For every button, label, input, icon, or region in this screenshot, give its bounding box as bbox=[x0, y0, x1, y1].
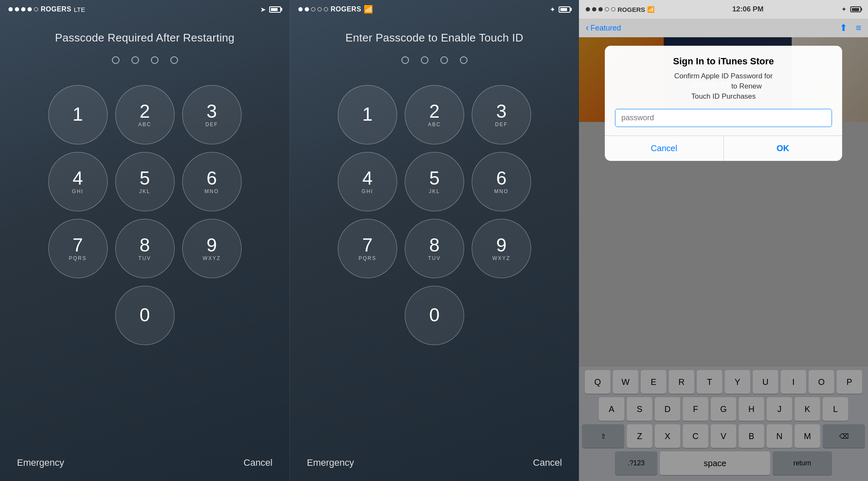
code-dot-2-4 bbox=[460, 56, 467, 64]
signal-dots-1 bbox=[8, 7, 38, 11]
dialog-buttons: Cancel OK bbox=[605, 135, 842, 161]
cancel-button-2[interactable]: Cancel bbox=[533, 457, 562, 468]
itunes-bluetooth-icon: ✦ bbox=[841, 6, 847, 13]
signal-dot-3 bbox=[21, 7, 25, 11]
itunes-back-button[interactable]: ‹ Featured bbox=[586, 22, 621, 33]
passcode-panel-1: ROGERS LTE ➤ Passcode Required After Res… bbox=[0, 0, 289, 481]
status-left-2: ROGERS 📶 bbox=[298, 5, 373, 14]
passcode-title-2: Enter Passcode to Enable Touch ID bbox=[345, 31, 523, 44]
numpad-2: 1 2ABC 3DEF 4GHI 5JKL 6MNO 7PQRS 8TUV 9W… bbox=[338, 85, 531, 345]
status-right-1: ➤ bbox=[260, 6, 281, 14]
wifi-icon-2: 📶 bbox=[364, 5, 373, 14]
itunes-back-label: Featured bbox=[590, 24, 621, 33]
itunes-signal-1 bbox=[586, 7, 590, 11]
battery-icon-2 bbox=[559, 6, 570, 13]
signal-dot-2-5 bbox=[324, 7, 328, 11]
itunes-wifi-icon: 📶 bbox=[647, 6, 654, 13]
p2-key-6[interactable]: 6MNO bbox=[472, 152, 531, 211]
code-dot-4 bbox=[170, 56, 178, 64]
passcode-dots-1 bbox=[112, 56, 178, 64]
numpad-1: 1 2ABC 3DEF 4GHI 5JKL 6MNO 7PQRS 8TUV 9W… bbox=[48, 85, 242, 345]
carrier-name-1: ROGERS bbox=[41, 6, 71, 13]
signal-dot-2-4 bbox=[317, 7, 322, 11]
emergency-button-1[interactable]: Emergency bbox=[17, 457, 64, 468]
bottom-bar-2: Emergency Cancel bbox=[290, 457, 579, 468]
p2-key-5[interactable]: 5JKL bbox=[405, 152, 464, 211]
key-8[interactable]: 8TUV bbox=[115, 219, 175, 278]
code-dot-2-1 bbox=[401, 56, 409, 64]
signal-dot-2-1 bbox=[298, 7, 303, 11]
cancel-button-1[interactable]: Cancel bbox=[244, 457, 273, 468]
itunes-signal-4 bbox=[605, 7, 609, 11]
p2-key-4[interactable]: 4GHI bbox=[338, 152, 397, 211]
dialog-title: Sign In to iTunes Store bbox=[615, 56, 832, 67]
key-7[interactable]: 7PQRS bbox=[48, 219, 108, 278]
signal-dot-2-2 bbox=[305, 7, 309, 11]
signal-dot-5 bbox=[34, 7, 38, 11]
carrier-name-2: ROGERS bbox=[331, 6, 361, 13]
itunes-battery bbox=[850, 6, 861, 12]
itunes-signal-2 bbox=[592, 7, 596, 11]
share-icon[interactable]: ⬆ bbox=[840, 22, 847, 33]
passcode-dots-2 bbox=[401, 56, 467, 64]
p2-key-1[interactable]: 1 bbox=[338, 85, 397, 144]
itunes-status-right: ✦ bbox=[841, 6, 861, 13]
p2-key-9[interactable]: 9WXYZ bbox=[472, 219, 531, 278]
password-input[interactable] bbox=[621, 113, 826, 122]
dialog-overlay: Sign In to iTunes Store Confirm Apple ID… bbox=[579, 37, 868, 481]
p2-key-2[interactable]: 2ABC bbox=[405, 85, 464, 144]
dialog-ok-button[interactable]: OK bbox=[724, 136, 843, 161]
dialog-cancel-button[interactable]: Cancel bbox=[605, 136, 724, 161]
key-4[interactable]: 4GHI bbox=[48, 152, 108, 211]
dialog-input-wrap[interactable] bbox=[615, 109, 832, 127]
itunes-signal-5 bbox=[611, 7, 615, 11]
code-dot-2-2 bbox=[421, 56, 428, 64]
signal-dots-2 bbox=[298, 7, 328, 11]
passcode-panel-2: ROGERS 📶 ✦ Enter Passcode to Enable Touc… bbox=[289, 0, 579, 481]
status-right-2: ✦ bbox=[550, 6, 570, 14]
signal-dot-2 bbox=[15, 7, 19, 11]
itunes-carrier: ROGERS bbox=[618, 6, 645, 13]
key-2[interactable]: 2ABC bbox=[115, 85, 175, 144]
code-dot-1 bbox=[112, 56, 120, 64]
key-1[interactable]: 1 bbox=[48, 85, 108, 144]
passcode-title-1: Passcode Required After Restarting bbox=[55, 31, 235, 44]
signal-dot-2-3 bbox=[311, 7, 315, 11]
signin-dialog: Sign In to iTunes Store Confirm Apple ID… bbox=[605, 46, 842, 161]
itunes-nav-content: ‹ Featured ⬆ ≡ bbox=[579, 19, 868, 37]
signal-dot-4 bbox=[28, 7, 32, 11]
p2-key-3[interactable]: 3DEF bbox=[472, 85, 531, 144]
emergency-button-2[interactable]: Emergency bbox=[307, 457, 354, 468]
key-9[interactable]: 9WXYZ bbox=[182, 219, 242, 278]
signal-dot-1 bbox=[8, 7, 13, 11]
itunes-status-bar: ROGERS 📶 12:06 PM ✦ bbox=[579, 0, 868, 19]
key-0[interactable]: 0 bbox=[115, 286, 175, 345]
bottom-bar-1: Emergency Cancel bbox=[0, 457, 289, 468]
itunes-panel: ROGERS 📶 12:06 PM ✦ ‹ Featured ⬆ ≡ Now s… bbox=[579, 0, 868, 481]
p2-key-7[interactable]: 7PQRS bbox=[338, 219, 397, 278]
back-chevron-icon: ‹ bbox=[586, 22, 589, 33]
code-dot-3 bbox=[151, 56, 159, 64]
code-dot-2 bbox=[131, 56, 139, 64]
battery-fill-2 bbox=[560, 8, 567, 11]
battery-fill-1 bbox=[271, 8, 278, 11]
list-icon[interactable]: ≡ bbox=[856, 22, 861, 33]
location-icon-1: ➤ bbox=[260, 6, 266, 14]
itunes-battery-fill bbox=[852, 8, 859, 11]
p2-key-8[interactable]: 8TUV bbox=[405, 219, 464, 278]
status-bar-2: ROGERS 📶 ✦ bbox=[290, 0, 579, 19]
bluetooth-icon-2: ✦ bbox=[550, 6, 555, 14]
p2-key-0[interactable]: 0 bbox=[405, 286, 464, 345]
battery-icon-1 bbox=[269, 6, 281, 13]
dialog-content: Sign In to iTunes Store Confirm Apple ID… bbox=[605, 46, 842, 127]
status-bar-1: ROGERS LTE ➤ bbox=[0, 0, 289, 19]
itunes-nav-icons: ⬆ ≡ bbox=[840, 22, 861, 33]
key-6[interactable]: 6MNO bbox=[182, 152, 242, 211]
key-3[interactable]: 3DEF bbox=[182, 85, 242, 144]
itunes-time: 12:06 PM bbox=[732, 5, 764, 14]
status-left-1: ROGERS LTE bbox=[8, 6, 85, 13]
itunes-status-left: ROGERS 📶 bbox=[586, 6, 654, 13]
dialog-message: Confirm Apple ID Password for to RenewTo… bbox=[615, 71, 832, 101]
code-dot-2-3 bbox=[440, 56, 448, 64]
key-5[interactable]: 5JKL bbox=[115, 152, 175, 211]
